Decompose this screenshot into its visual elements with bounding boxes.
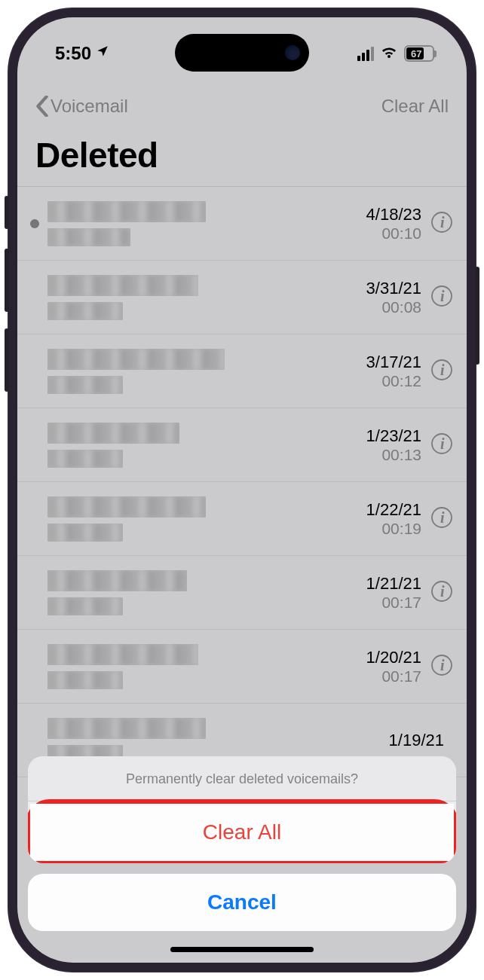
power-button: [475, 267, 479, 365]
home-indicator[interactable]: [170, 947, 314, 952]
action-sheet-message: Permanently clear deleted voicemails?: [28, 756, 456, 801]
svg-text:i: i: [440, 362, 445, 378]
cellular-signal-icon: [357, 47, 374, 61]
phone-frame: 5:50 67 Voicemail Cl: [8, 8, 476, 972]
voicemail-meta: 3/31/2100:08: [348, 279, 430, 316]
voicemail-row[interactable]: 1/20/2100:17i: [17, 630, 467, 704]
voicemail-duration: 00:17: [348, 667, 421, 685]
action-sheet: Permanently clear deleted voicemails? Cl…: [17, 756, 467, 963]
info-button[interactable]: i: [430, 285, 453, 310]
voicemail-date: 1/21/21: [348, 574, 421, 594]
voicemail-duration: 00:12: [348, 372, 421, 390]
caller-name-redacted: [47, 718, 206, 739]
cancel-button[interactable]: Cancel: [28, 874, 456, 931]
svg-text:i: i: [440, 657, 445, 673]
voicemail-row[interactable]: 1/22/2100:19i: [17, 482, 467, 556]
voicemail-row[interactable]: 3/31/2100:08i: [17, 261, 467, 334]
battery-icon: 67: [404, 45, 437, 62]
voicemail-row[interactable]: 1/23/2100:13i: [17, 408, 467, 482]
voicemail-duration: 00:17: [348, 594, 421, 612]
back-label: Voicemail: [51, 96, 128, 117]
voicemail-meta: 1/22/2100:19: [348, 500, 430, 538]
caller-info: [44, 349, 348, 394]
nav-bar: Voicemail Clear All: [17, 84, 467, 129]
voicemail-row[interactable]: 4/18/2300:10i: [17, 187, 467, 261]
voicemail-date: 1/20/21: [348, 648, 421, 667]
voicemail-duration: 00:10: [348, 224, 421, 243]
page-title: Deleted: [17, 129, 467, 186]
voicemail-meta: 4/18/2300:10: [348, 205, 430, 243]
voicemail-date: 1/22/21: [348, 500, 421, 520]
dynamic-island: [175, 34, 309, 72]
caller-info: [44, 644, 348, 689]
clear-all-confirm-button[interactable]: Clear All: [30, 804, 454, 861]
voicemail-row[interactable]: 1/21/2100:17i: [17, 556, 467, 630]
voicemail-meta: 1/19/21: [370, 731, 453, 750]
caller-name-redacted: [47, 423, 179, 444]
caller-sub-redacted: [47, 524, 123, 542]
voicemail-meta: 1/20/2100:17: [348, 648, 430, 685]
action-sheet-group: Permanently clear deleted voicemails? Cl…: [28, 756, 456, 863]
info-button[interactable]: i: [430, 359, 453, 384]
volume-down-button: [5, 328, 9, 392]
caller-sub-redacted: [47, 597, 123, 615]
info-button[interactable]: i: [430, 432, 453, 458]
location-arrow-icon: [96, 44, 109, 62]
clear-all-nav-button[interactable]: Clear All: [381, 96, 449, 117]
caller-name-redacted: [47, 496, 206, 517]
caller-name-redacted: [47, 275, 198, 296]
status-time: 5:50: [55, 43, 91, 64]
voicemail-row[interactable]: 3/17/2100:12i: [17, 334, 467, 408]
svg-text:i: i: [440, 509, 445, 526]
voicemail-date: 1/19/21: [370, 731, 444, 750]
voicemail-duration: 00:13: [348, 446, 421, 464]
caller-name-redacted: [47, 201, 206, 222]
svg-text:i: i: [440, 214, 445, 230]
chevron-left-icon: [35, 96, 49, 117]
svg-text:i: i: [440, 583, 445, 600]
caller-info: [44, 201, 348, 246]
info-button[interactable]: i: [430, 506, 453, 532]
screen: 5:50 67 Voicemail Cl: [17, 17, 467, 963]
volume-up-button: [5, 249, 9, 312]
voicemail-date: 4/18/23: [348, 205, 421, 224]
info-button[interactable]: i: [430, 654, 453, 679]
caller-sub-redacted: [47, 450, 123, 468]
voicemail-duration: 00:19: [348, 520, 421, 538]
wifi-icon: [380, 43, 398, 64]
caller-sub-redacted: [47, 302, 123, 320]
caller-sub-redacted: [47, 671, 123, 689]
caller-name-redacted: [47, 644, 198, 665]
voicemail-meta: 3/17/2100:12: [348, 353, 430, 390]
highlight-ring: Clear All: [28, 799, 456, 863]
caller-info: [44, 275, 348, 320]
voicemail-date: 1/23/21: [348, 426, 421, 446]
mute-switch: [5, 196, 9, 229]
caller-name-redacted: [47, 570, 187, 591]
voicemail-meta: 1/23/2100:13: [348, 426, 430, 464]
unread-indicator: [25, 219, 44, 228]
voicemail-date: 3/17/21: [348, 353, 421, 372]
battery-percent: 67: [411, 48, 421, 60]
caller-sub-redacted: [47, 376, 123, 394]
info-button[interactable]: i: [430, 580, 453, 606]
voicemail-meta: 1/21/2100:17: [348, 574, 430, 612]
caller-name-redacted: [47, 349, 225, 370]
caller-info: [44, 496, 348, 542]
info-button[interactable]: i: [430, 211, 453, 237]
caller-info: [44, 423, 348, 468]
front-camera: [285, 45, 300, 60]
svg-text:i: i: [440, 288, 445, 304]
voicemail-date: 3/31/21: [348, 279, 421, 298]
caller-sub-redacted: [47, 228, 130, 246]
svg-text:i: i: [440, 435, 445, 452]
voicemail-duration: 00:08: [348, 298, 421, 316]
back-button[interactable]: Voicemail: [35, 96, 128, 117]
caller-info: [44, 570, 348, 615]
voicemail-list[interactable]: 4/18/2300:10i3/31/2100:08i3/17/2100:12i1…: [17, 186, 467, 777]
